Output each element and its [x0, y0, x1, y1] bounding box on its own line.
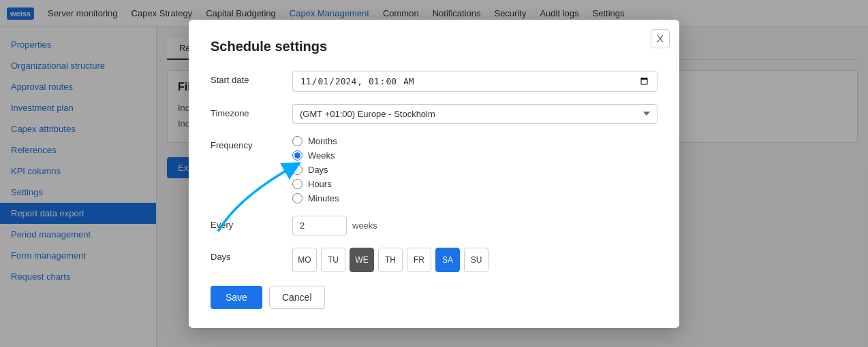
days-row: Days MO TU WE TH FR SA SU [211, 248, 657, 272]
frequency-label: Frequency [211, 136, 279, 150]
frequency-months-radio[interactable] [292, 136, 303, 146]
frequency-minutes[interactable]: Minutes [292, 193, 657, 203]
frequency-row: Frequency Months Weeks Days Hours Minute… [211, 136, 657, 203]
frequency-months[interactable]: Months [292, 136, 657, 146]
day-tu[interactable]: TU [321, 248, 345, 272]
timezone-row: Timezone (GMT +01:00) Europe - Stockholm [211, 104, 657, 124]
save-button[interactable]: Save [211, 286, 262, 309]
every-value-input[interactable] [292, 216, 347, 235]
day-sa[interactable]: SA [435, 248, 460, 272]
every-input-group: weeks [292, 216, 657, 235]
frequency-minutes-radio[interactable] [292, 193, 303, 203]
cancel-button[interactable]: Cancel [269, 286, 325, 309]
frequency-options: Months Weeks Days Hours Minutes [292, 136, 657, 203]
modal-footer: Save Cancel [211, 286, 657, 309]
day-fr[interactable]: FR [407, 248, 431, 272]
every-control: weeks [292, 216, 657, 235]
frequency-weeks-radio[interactable] [292, 150, 303, 161]
timezone-label: Timezone [211, 104, 279, 118]
start-date-input[interactable] [292, 71, 657, 92]
day-we[interactable]: WE [350, 248, 374, 272]
frequency-hours-radio[interactable] [292, 179, 303, 189]
frequency-weeks[interactable]: Weeks [292, 150, 657, 161]
timezone-control: (GMT +01:00) Europe - Stockholm [292, 104, 657, 124]
every-unit-label: weeks [352, 220, 377, 231]
start-date-label: Start date [211, 71, 279, 85]
frequency-days[interactable]: Days [292, 165, 657, 175]
frequency-days-radio[interactable] [292, 165, 303, 175]
days-control: MO TU WE TH FR SA SU [292, 248, 657, 272]
days-label: Days [211, 248, 279, 262]
start-date-row: Start date [211, 71, 657, 92]
day-mo[interactable]: MO [292, 248, 317, 272]
day-th[interactable]: TH [378, 248, 403, 272]
schedule-settings-modal: Schedule settings X Start date Timezone … [189, 20, 679, 328]
every-row: Every weeks [211, 216, 657, 235]
frequency-hours[interactable]: Hours [292, 179, 657, 189]
every-label: Every [211, 216, 279, 230]
start-date-control [292, 71, 657, 92]
modal-overlay: Schedule settings X Start date Timezone … [0, 0, 868, 347]
modal-title: Schedule settings [211, 39, 657, 54]
days-buttons: MO TU WE TH FR SA SU [292, 248, 657, 272]
timezone-select[interactable]: (GMT +01:00) Europe - Stockholm [292, 104, 657, 124]
day-su[interactable]: SU [464, 248, 489, 272]
modal-close-button[interactable]: X [651, 29, 670, 48]
